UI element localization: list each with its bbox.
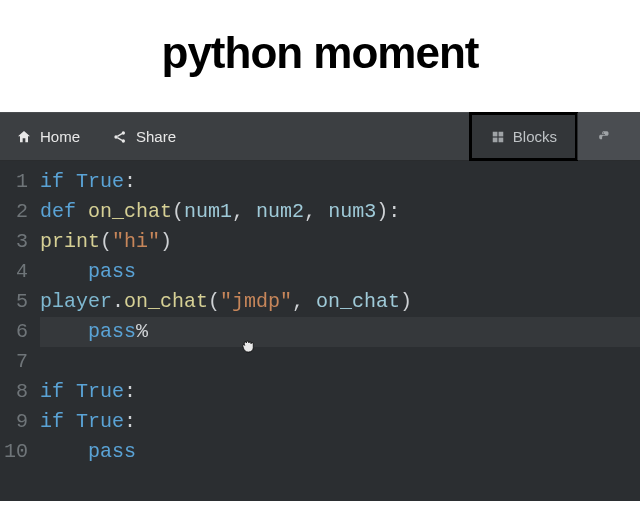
line-gutter: 12345678910 [0,161,34,501]
token-kw: def [40,200,76,223]
token-kw: pass [88,260,136,283]
token-punc: . [112,290,124,313]
token-kw: if [40,170,64,193]
token-punc: ) [400,290,412,313]
svg-rect-3 [493,131,498,136]
token-id: num3 [328,200,376,223]
line-number: 3 [0,227,28,257]
line-number: 8 [0,377,28,407]
token-punc: , [232,200,256,223]
code-editor[interactable]: 12345678910 if True:def on_chat(num1, nu… [0,161,640,501]
token-kw: pass [88,320,136,343]
token-kw: pass [88,440,136,463]
token-fn: on_chat [124,290,208,313]
token-str: "hi" [112,230,160,253]
token-punc [64,410,76,433]
token-punc: , [304,200,328,223]
code-line[interactable]: if True: [40,167,640,197]
token-punc [64,170,76,193]
line-number: 7 [0,347,28,377]
code-line[interactable]: print("hi") [40,227,640,257]
svg-rect-4 [498,131,503,136]
tab-python[interactable] [577,113,640,160]
line-number: 5 [0,287,28,317]
token-punc: ): [376,200,400,223]
token-punc [40,260,88,283]
line-number: 2 [0,197,28,227]
token-kw: True [76,170,124,193]
home-icon [16,129,32,145]
token-punc [64,380,76,403]
token-fn: print [40,230,100,253]
token-punc [40,440,88,463]
line-number: 1 [0,167,28,197]
code-area[interactable]: if True:def on_chat(num1, num2, num3):pr… [34,161,640,501]
home-label: Home [40,128,80,145]
home-button[interactable]: Home [0,113,96,160]
toolbar: Home Share Blocks [0,113,640,161]
token-kw: if [40,380,64,403]
share-label: Share [136,128,176,145]
code-line[interactable]: if True: [40,377,640,407]
token-punc: ( [208,290,220,313]
code-line[interactable]: player.on_chat("jmdp", on_chat) [40,287,640,317]
share-button[interactable]: Share [96,113,192,160]
token-punc [40,320,88,343]
token-kw: True [76,380,124,403]
token-kw: True [76,410,124,433]
token-obj: player [40,290,112,313]
line-number: 6 [0,317,28,347]
blocks-icon [491,130,505,144]
meme-title: python moment [0,0,640,112]
token-punc: , [292,290,316,313]
line-number: 4 [0,257,28,287]
line-number: 10 [0,437,28,467]
token-punc: ) [160,230,172,253]
code-line[interactable]: def on_chat(num1, num2, num3): [40,197,640,227]
token-fn: on_chat [88,200,172,223]
line-number: 9 [0,407,28,437]
token-punc: : [124,170,136,193]
tab-blocks-label: Blocks [513,128,557,145]
svg-rect-6 [498,137,503,142]
code-line[interactable]: pass% [40,317,640,347]
tab-blocks[interactable]: Blocks [470,113,577,160]
token-punc [76,200,88,223]
code-line[interactable]: if True: [40,407,640,437]
code-line[interactable]: pass [40,257,640,287]
token-kw: if [40,410,64,433]
svg-rect-5 [493,137,498,142]
share-icon [112,129,128,145]
python-icon [598,130,612,144]
token-id: on_chat [316,290,400,313]
token-str: "jmdp" [220,290,292,313]
app-window: Home Share Blocks 12345678910 if True:de… [0,112,640,501]
token-punc: % [136,320,148,343]
token-punc: : [124,380,136,403]
token-id: num2 [256,200,304,223]
token-punc: ( [172,200,184,223]
token-punc: ( [100,230,112,253]
token-id: num1 [184,200,232,223]
code-line[interactable]: pass [40,437,640,467]
code-line[interactable] [40,347,640,377]
token-punc: : [124,410,136,433]
